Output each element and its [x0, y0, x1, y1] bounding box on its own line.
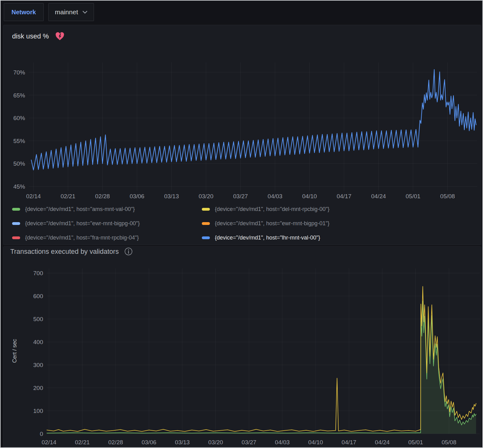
svg-text:02/21: 02/21	[61, 193, 76, 199]
legend-label: {device="/dev/md1", host="fra-mnt-rpcbig…	[25, 235, 139, 241]
svg-text:02/14: 02/14	[42, 439, 56, 446]
svg-text:05/01: 05/01	[408, 439, 423, 446]
legend-label: {device="/dev/md1", host="ams-mnt-val-00…	[25, 206, 135, 213]
svg-text:300: 300	[33, 362, 43, 368]
svg-text:400: 400	[33, 339, 43, 345]
svg-text:03/20: 03/20	[199, 193, 214, 199]
legend-swatch-icon	[12, 208, 20, 211]
network-label-text: Network	[11, 9, 36, 16]
series-line-series-green	[47, 301, 476, 433]
svg-text:45%: 45%	[13, 183, 25, 190]
legend-item[interactable]: {device="/dev/md1", host="fra-mnt-rpcbig…	[12, 231, 199, 245]
disk-used-panel: disk used % 45%50%55%60%65%70%02/1402/21…	[3, 25, 481, 245]
svg-text:04/10: 04/10	[308, 439, 323, 446]
svg-text:02/28: 02/28	[95, 193, 110, 199]
svg-text:50%: 50%	[13, 160, 25, 167]
svg-text:04/24: 04/24	[375, 439, 390, 446]
series-line-series-yellow	[47, 286, 476, 432]
legend-swatch-icon	[12, 222, 20, 225]
legend-item[interactable]: {device="/dev/md1", host="ewr-mnt-bigpg-…	[202, 216, 330, 231]
svg-text:05/01: 05/01	[406, 193, 421, 199]
svg-text:100: 100	[33, 408, 43, 414]
svg-text:60%: 60%	[13, 115, 25, 121]
legend-swatch-icon	[202, 236, 210, 239]
grafana-dashboard: { "header": { "network_label": "Network"…	[0, 0, 483, 448]
svg-text:03/13: 03/13	[164, 193, 179, 199]
svg-text:03/20: 03/20	[208, 439, 223, 446]
svg-text:70%: 70%	[13, 69, 25, 76]
legend-swatch-icon	[202, 222, 210, 225]
chevron-down-icon	[82, 11, 87, 14]
network-variable-label: Network	[4, 3, 44, 21]
svg-text:65%: 65%	[13, 92, 25, 99]
svg-text:03/06: 03/06	[130, 193, 144, 199]
svg-text:200: 200	[33, 385, 43, 391]
legend-item[interactable]: {device="/dev/md1", host="ams-mnt-val-00…	[12, 202, 199, 216]
svg-text:04/03: 04/03	[268, 193, 282, 199]
svg-text:700: 700	[33, 270, 43, 276]
svg-text:04/03: 04/03	[275, 439, 290, 446]
legend-label: {device="/dev/md1", host="ewr-mnt-bigpg-…	[215, 220, 330, 227]
legend-item[interactable]: {device="/dev/md1", host="del-mnt-rpcbig…	[202, 202, 330, 216]
svg-text:02/14: 02/14	[26, 193, 41, 199]
svg-text:04/10: 04/10	[302, 193, 317, 199]
svg-text:05/08: 05/08	[441, 439, 456, 446]
svg-text:04/17: 04/17	[337, 193, 352, 199]
legend-label: {device="/dev/md1", host="ewr-mnt-bigpg-…	[25, 220, 140, 227]
svg-text:55%: 55%	[13, 138, 25, 144]
legend-item[interactable]: {device="/dev/md1", host="ewr-mnt-bigpg-…	[12, 216, 199, 231]
legend-item[interactable]: {device="/dev/md1", host="lhr-mnt-val-00…	[202, 231, 330, 245]
transactions-chart[interactable]: 010020030040050060070002/1402/2102/2803/…	[3, 247, 481, 448]
svg-text:600: 600	[33, 293, 43, 299]
legend-swatch-icon	[202, 208, 210, 211]
network-value-text: mainnet	[55, 8, 78, 16]
svg-text:03/06: 03/06	[142, 439, 157, 446]
transactions-panel: Transactions executed by validators Cert…	[3, 246, 481, 447]
legend-label: {device="/dev/md1", host="lhr-mnt-val-00…	[215, 235, 320, 241]
svg-text:02/21: 02/21	[75, 439, 90, 446]
svg-text:500: 500	[33, 316, 43, 322]
svg-text:0: 0	[40, 431, 43, 437]
svg-text:04/17: 04/17	[342, 439, 357, 446]
legend-swatch-icon	[12, 236, 20, 239]
series-line-{device="/dev/md1", host="lhr-mnt-val-00"}	[31, 69, 476, 170]
svg-text:03/27: 03/27	[233, 193, 248, 199]
svg-text:05/08: 05/08	[440, 193, 455, 199]
legend-label: {device="/dev/md1", host="del-mnt-rpcbig…	[215, 206, 330, 213]
svg-text:02/28: 02/28	[108, 439, 123, 446]
svg-text:03/13: 03/13	[175, 439, 190, 446]
svg-text:04/24: 04/24	[371, 193, 386, 199]
svg-text:03/27: 03/27	[242, 439, 256, 446]
legend: {device="/dev/md1", host="ams-mnt-val-00…	[12, 202, 330, 245]
network-variable-select[interactable]: mainnet	[48, 3, 94, 21]
